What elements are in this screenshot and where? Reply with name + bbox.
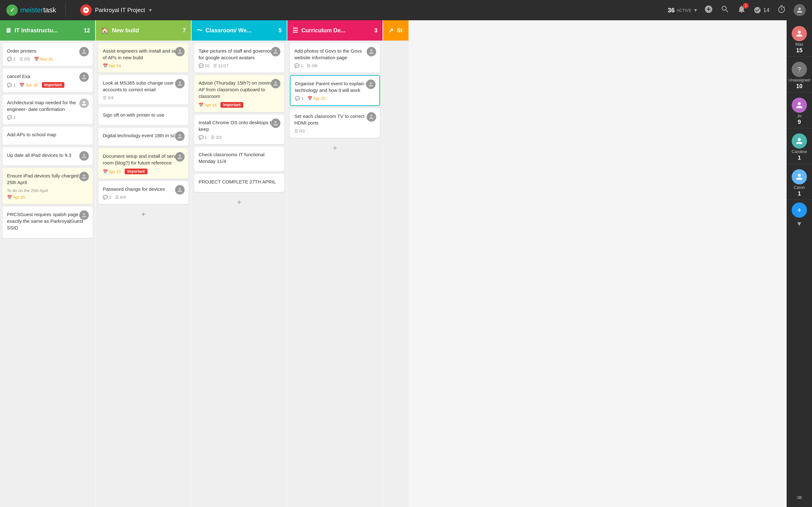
completed-button[interactable]: 14 (754, 6, 769, 14)
card-advise-ap[interactable]: Advise (Thursday 15th?) on moving AP fro… (194, 75, 284, 112)
logo[interactable]: ✓ meistertask (6, 4, 56, 16)
priority-tag: Important (220, 102, 243, 108)
card-update-ipad[interactable]: Up date all iPad devices to 9.3 (3, 147, 93, 165)
card-meta: 💬 2 ☰ 0/5 📅 Mar 16 (7, 57, 88, 61)
column-new-build: 🏠 New build 7 Assist engineers with inst… (96, 20, 191, 507)
add-card-button-class[interactable]: + (233, 196, 246, 209)
add-button[interactable] (704, 5, 713, 15)
avatar (79, 210, 89, 220)
priority-tag: Important (42, 82, 64, 88)
add-card-button-curric[interactable]: + (328, 142, 341, 154)
col-it-count: 12 (84, 27, 90, 34)
project-icon (80, 4, 92, 16)
card-password-change[interactable]: Password change for devices 💬 1 ☰ 0/4 (98, 181, 189, 204)
col-class-cards: Take pictures of staff and governors for… (192, 41, 287, 507)
due-date: 📅 Apr 25 (7, 195, 25, 200)
user-jo-group: Jo 9 (786, 95, 812, 128)
column-header-curric: ☰ Curriculum De... 3 (287, 20, 383, 41)
card-tv-hdmi[interactable]: Set each classroom TV to correct HDMI po… (290, 108, 380, 138)
user-caron-group: Caron 1 (786, 167, 812, 200)
search-button[interactable] (721, 5, 729, 15)
card-organise-parent[interactable]: Organise Parent event to explain new tec… (290, 75, 380, 106)
col-it-icon: 🖥 (5, 27, 11, 34)
card-digital-tech[interactable]: Digital technology event 18th in school (98, 128, 189, 146)
sidebar-bottom (793, 491, 806, 504)
user-max-avatar[interactable] (792, 26, 807, 41)
card-meta: 💬 1 ☰ 0/4 (103, 195, 184, 200)
avatar (79, 72, 89, 82)
card-ms365[interactable]: Look at MS365 subs change user accounts … (98, 75, 189, 105)
user-avatar[interactable] (794, 4, 806, 16)
user-caroline-group: Caroline 1 (786, 131, 812, 164)
card-prcs-guest[interactable]: PRCSGuest requires spalsh page exactly t… (3, 207, 93, 238)
logo-icon: ✓ (6, 4, 18, 16)
card-title: Architectural map needed for the enginee… (7, 99, 88, 112)
col-curric-cards: Add photos of Govs to the Govs website i… (287, 41, 383, 507)
add-user-button[interactable]: + (792, 203, 807, 218)
task-progress: ☰ 0/1 (294, 129, 305, 133)
notifications-button[interactable]: 1 (737, 5, 746, 15)
card-meta: 💬 1 📅 Apr 25 (295, 96, 375, 101)
logo-text: meistertask (20, 6, 56, 14)
project-name: Parkroyal IT Project (95, 7, 145, 14)
card-title: Check classrooms IT functional Monday 11… (199, 151, 280, 164)
col-class-count: 5 (278, 27, 282, 34)
card-check-classrooms[interactable]: Check classrooms IT functional Monday 11… (194, 147, 284, 171)
card-take-pictures[interactable]: Take pictures of staff and governors for… (194, 43, 284, 72)
column-header-class: 〜 Classroom/ We... 5 (192, 20, 287, 41)
main-area: 🖥 IT Infrastructu... 12 Order printers 💬… (0, 20, 812, 507)
column-it-infra: 🖥 IT Infrastructu... 12 Order printers 💬… (0, 20, 95, 507)
sidebar-right: Max 15 ? Unassigned 10 Jo 9 Caroline 1 (786, 20, 812, 507)
project-selector[interactable]: Parkroyal IT Project ▼ (75, 4, 158, 16)
avatar (271, 118, 281, 128)
card-project-complete[interactable]: PROJECT COMPLETE 27TH APRIL (194, 174, 284, 192)
due-date: 📅 Mar 16 (34, 57, 53, 61)
card-subtitle: To do on the 25th April (7, 188, 88, 193)
priority-tag: Important (125, 169, 147, 174)
avatar (175, 131, 185, 141)
due-date: 📅 Apr 14 (103, 63, 121, 68)
avatar (366, 79, 375, 89)
card-arch-map[interactable]: Architectural map needed for the enginee… (3, 95, 93, 124)
card-add-aps[interactable]: Add APs to school map (3, 127, 93, 145)
user-caron-avatar[interactable] (792, 169, 807, 184)
card-title: Install Chrome OS onto desktops to keep (199, 119, 280, 132)
card-meta: ☰ 0/1 (294, 129, 375, 133)
card-meta: 📅 Apr 14 (103, 63, 184, 68)
nav-icons: 1 14 (704, 4, 806, 16)
user-jo-name: Jo (797, 113, 802, 118)
avatar (79, 151, 89, 161)
col-new-title: New build (112, 27, 183, 34)
timer-button[interactable] (777, 5, 786, 15)
user-caroline-avatar[interactable] (792, 133, 807, 149)
user-unassigned-avatar[interactable]: ? (792, 62, 807, 77)
user-jo-avatar[interactable] (792, 98, 807, 113)
column-classroom: 〜 Classroom/ We... 5 Take pictures of st… (192, 20, 287, 507)
card-assist-engineers[interactable]: Assist engineers with install and setup … (98, 43, 189, 72)
user-caron-name: Caron (794, 185, 805, 190)
card-sign-off-printer[interactable]: Sign off on with printer to use (98, 107, 189, 125)
avatar (367, 112, 376, 122)
card-ensure-ipad[interactable]: Ensure iPad devices fully charged for 25… (3, 168, 93, 204)
avatar (367, 47, 376, 56)
card-title: Set each classroom TV to correct HDMI po… (294, 113, 375, 126)
comment-count: 💬 1 (199, 135, 207, 140)
card-title: Digital technology event 18th in school (103, 132, 184, 139)
col-curric-count: 3 (374, 27, 377, 34)
col-staff-title: St (397, 27, 403, 34)
add-card-button[interactable]: + (137, 208, 150, 221)
col-it-title: IT Infrastructu... (14, 27, 84, 34)
card-order-printers[interactable]: Order printers 💬 2 ☰ 0/5 📅 Mar 16 (3, 43, 93, 66)
card-add-govs-photos[interactable]: Add photos of Govs to the Govs website i… (290, 43, 380, 72)
card-cancel-exa[interactable]: cancel Exa 💬 1 📅 Jun 30 Important (3, 68, 93, 92)
column-header-it: 🖥 IT Infrastructu... 12 (0, 20, 95, 41)
card-meta: 💬 1 📅 Jun 30 Important (7, 82, 88, 88)
due-date: 📅 Jun 30 (19, 83, 38, 88)
column-staff: ↗ St (383, 20, 409, 507)
card-document-setup[interactable]: Document setup and install of server roo… (98, 148, 189, 179)
board-list-toggle[interactable] (793, 491, 806, 504)
user-caroline-name: Caroline (792, 149, 807, 154)
expand-sidebar-button[interactable]: ▼ (796, 220, 803, 228)
comment-count: 💬 1 (295, 96, 304, 101)
card-chrome-os[interactable]: Install Chrome OS onto desktops to keep … (194, 115, 284, 144)
